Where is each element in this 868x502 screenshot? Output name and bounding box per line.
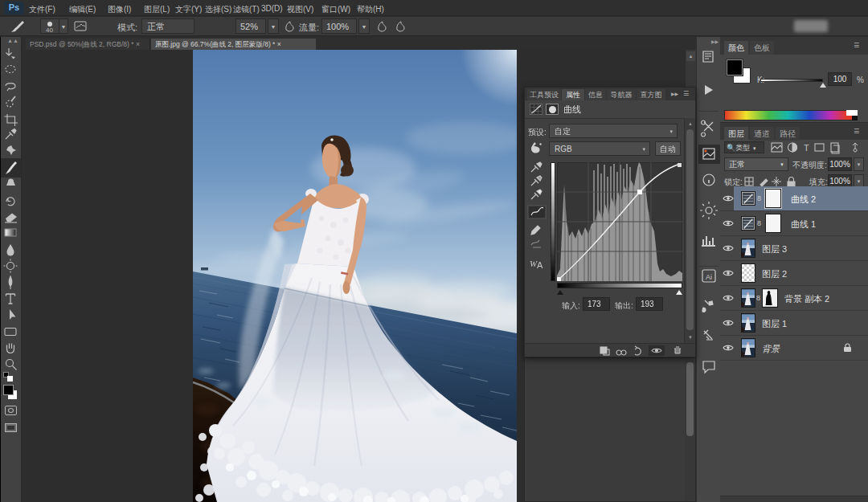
svg-text:Ai: Ai [706, 273, 712, 281]
svg-text:T: T [804, 143, 809, 153]
svg-text:A: A [537, 260, 543, 270]
